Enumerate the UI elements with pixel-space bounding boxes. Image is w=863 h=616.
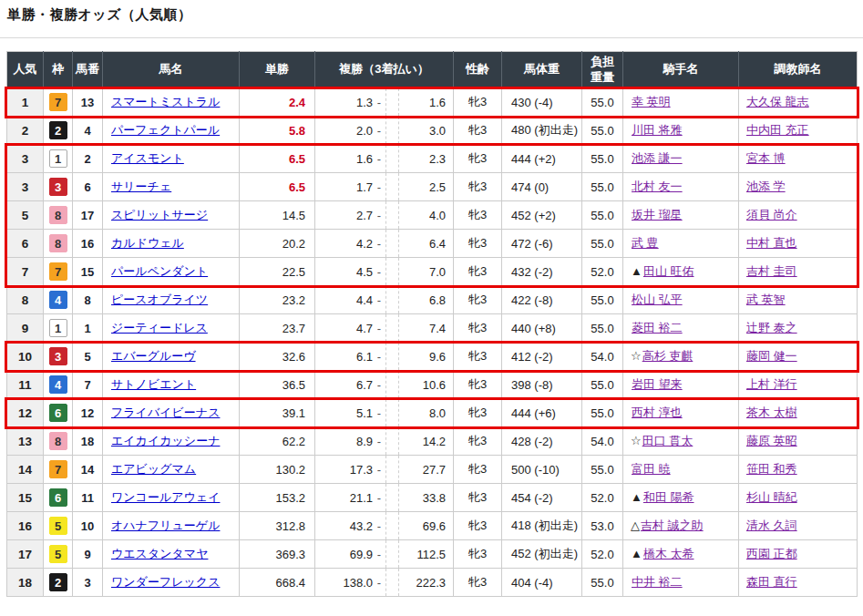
place-odds-dash: - [373,519,385,533]
trainer-name-link[interactable]: 藤岡 健一 [746,349,797,363]
trainer-name-link[interactable]: 上村 洋行 [746,377,797,391]
horse-name-link[interactable]: フライバイビーナス [111,406,220,419]
jockey-name-link[interactable]: 松山 弘平 [632,293,683,306]
trainer-name-link[interactable]: 中村 直也 [746,236,797,250]
frame-number-badge: 8 [49,234,67,252]
place-odds-low: 6.1 [315,350,373,364]
horse-name-link[interactable]: ワンコールアウェイ [111,490,220,504]
horse-name-link[interactable]: ワンダーフレックス [111,575,220,589]
horse-name-link[interactable]: パールペンダント [111,264,208,278]
win-odds-cell: 14.5 [240,201,315,230]
frame-number-badge: 8 [49,432,67,450]
jockey-name-link[interactable]: 中井 裕二 [632,575,683,589]
jockey-name-link[interactable]: 富田 暁 [632,462,671,476]
trainer-name-link[interactable]: 清水 久詞 [746,518,797,532]
apprentice-mark: ▲ [631,264,642,278]
horse-weight-cell: 404 (-4) [502,569,582,597]
frame-cell: 5 [44,512,73,540]
trainer-name-link[interactable]: 須貝 尚介 [746,208,797,221]
place-odds-cell: 1.3-1.6 [315,88,454,117]
horse-name-cell: スマートミストラル [103,88,240,117]
horse-name-link[interactable]: エバーグルーヴ [111,349,196,363]
win-odds-cell: 2.4 [240,88,315,117]
horse-number-cell: 18 [73,427,103,456]
horse-name-link[interactable]: エアビッグマム [111,462,196,476]
header-load-weight: 負担重量 [582,52,623,88]
trainer-name-link[interactable]: 武 英智 [746,293,786,306]
popularity-cell: 3 [7,145,44,173]
place-odds-low: 17.3 [315,463,373,477]
horse-name-link[interactable]: スマートミストラル [111,95,220,108]
horse-number-cell: 4 [73,117,103,145]
horse-name-link[interactable]: サトノビエント [111,377,196,391]
jockey-name-link[interactable]: 武 豊 [632,236,659,250]
trainer-cell: 池添 学 [739,173,858,201]
horse-name-link[interactable]: ピースオブライツ [111,293,208,306]
place-odds-low: 1.3 [315,96,373,109]
trainer-name-link[interactable]: 森田 直行 [746,575,797,589]
win-odds-cell: 668.4 [240,569,315,597]
horse-name-link[interactable]: スピリットサージ [111,208,208,221]
horse-name-link[interactable]: ウエスタンタマヤ [111,547,208,560]
trainer-name-link[interactable]: 中内田 充正 [746,123,809,137]
win-odds-cell: 62.2 [240,427,315,456]
place-odds-high: 7.0 [399,265,453,279]
horse-name-link[interactable]: オハナフリューゲル [111,518,220,532]
jockey-name-link[interactable]: 田山 旺佑 [643,264,694,278]
horse-name-link[interactable]: ジーティードレス [111,321,208,334]
horse-name-link[interactable]: パーフェクトパール [111,123,220,137]
trainer-name-link[interactable]: 宮本 博 [746,151,786,165]
horse-name-link[interactable]: エイカイカッシーナ [111,434,220,447]
apprentice-mark: △ [631,518,640,532]
trainer-name-link[interactable]: 杉山 晴紀 [746,490,797,504]
place-odds-high: 33.8 [399,491,453,505]
sex-age-cell: 牝3 [454,569,502,597]
place-odds-low: 6.7 [315,378,373,392]
place-odds-low: 43.2 [315,519,373,533]
frame-number-badge: 2 [49,573,67,591]
place-odds-divider [385,117,399,144]
jockey-name-link[interactable]: 田口 貫太 [642,434,693,447]
popularity-cell: 7 [7,258,44,286]
jockey-cell: ▲橋木 太希 [623,540,739,569]
trainer-name-link[interactable]: 茶木 太樹 [746,406,797,419]
trainer-name-link[interactable]: 西園 正都 [746,547,797,560]
jockey-name-link[interactable]: 川田 将雅 [632,123,683,137]
jockey-name-link[interactable]: 和田 陽希 [643,490,694,504]
trainer-cell: 森田 直行 [739,569,858,597]
horse-name-link[interactable]: サリーチェ [111,180,171,193]
frame-number-badge: 7 [49,460,67,478]
jockey-name-link[interactable]: 吉村 誠之助 [641,518,704,532]
jockey-name-link[interactable]: 西村 淳也 [632,406,683,419]
horse-number-cell: 15 [73,258,103,286]
trainer-name-link[interactable]: 辻野 泰之 [746,321,797,334]
place-odds-divider [385,258,399,285]
jockey-name-link[interactable]: 北村 友一 [632,180,683,193]
trainer-cell: 笹田 和秀 [739,456,858,484]
horse-name-link[interactable]: カルドウェル [111,236,184,250]
horse-number-cell: 13 [73,88,103,117]
jockey-name-link[interactable]: 岩田 望来 [632,377,683,391]
trainer-name-link[interactable]: 藤原 英昭 [746,434,797,447]
place-odds-cell: 4.2-6.4 [315,230,454,258]
jockey-name-link[interactable]: 池添 謙一 [632,151,683,165]
jockey-cell: ☆高杉 吏麒 [623,343,739,371]
jockey-name-link[interactable]: 高杉 吏麒 [642,349,693,363]
horse-number-cell: 7 [73,371,103,399]
win-odds-cell: 36.5 [240,371,315,399]
trainer-name-link[interactable]: 大久保 龍志 [746,95,809,108]
frame-cell: 8 [44,230,73,258]
odds-table-wrapper: 人気 枠 馬番 馬名 単勝 複勝（3着払い） 性齢 馬体重 負担重量 騎手名 調… [6,51,857,597]
trainer-name-link[interactable]: 池添 学 [746,180,786,193]
load-weight-cell: 52.0 [582,258,623,286]
horse-name-link[interactable]: アイスモント [111,151,184,165]
place-odds-low: 8.9 [315,435,373,448]
jockey-name-link[interactable]: 菱田 裕二 [632,321,683,334]
trainer-name-link[interactable]: 笹田 和秀 [746,462,797,476]
trainer-name-link[interactable]: 吉村 圭司 [746,264,797,278]
jockey-name-link[interactable]: 坂井 瑠星 [632,208,683,221]
jockey-name-link[interactable]: 幸 英明 [632,95,671,108]
load-weight-cell: 55.0 [582,371,623,399]
frame-cell: 8 [44,427,73,456]
jockey-name-link[interactable]: 橋木 太希 [643,547,694,560]
